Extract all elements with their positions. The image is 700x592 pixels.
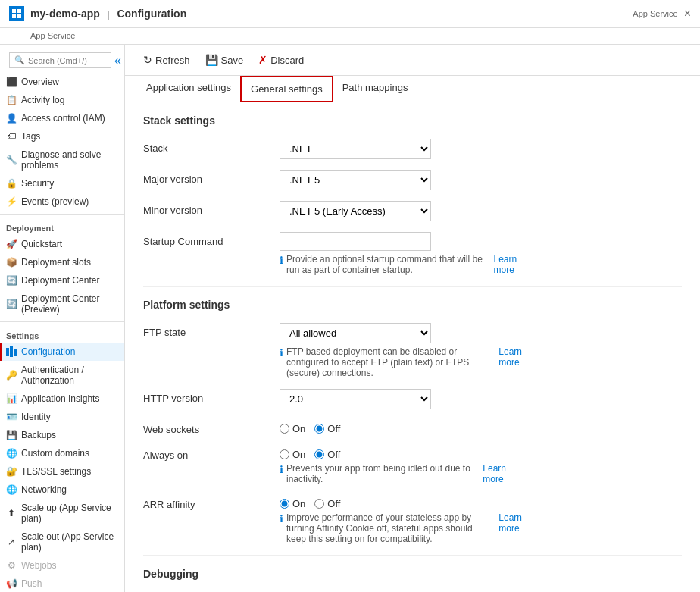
content-area: ↻ Refresh 💾 Save ✗ Discard Application s… xyxy=(125,45,700,592)
minor-version-label: Minor version xyxy=(143,201,280,216)
sidebar-item-custom-domains[interactable]: 🌐 Custom domains xyxy=(0,444,124,462)
major-version-control: .NET 5 .NET Core 3.1 xyxy=(280,170,522,190)
startup-command-input[interactable] xyxy=(280,232,431,251)
sidebar-item-backups[interactable]: 💾 Backups xyxy=(0,426,124,444)
sidebar-item-label: Backups xyxy=(21,430,56,440)
sidebar-item-events[interactable]: ⚡ Events (preview) xyxy=(0,193,124,211)
http-version-control: 1.1 2.0 xyxy=(280,389,522,409)
networking-icon: 🌐 xyxy=(6,484,17,495)
sidebar-item-access-control[interactable]: 👤 Access control (IAM) xyxy=(0,109,124,127)
sidebar-item-label: Tags xyxy=(21,131,40,142)
overview-icon: ⬛ xyxy=(6,77,17,87)
arr-affinity-info: ℹ Improve performance of your stateless … xyxy=(280,512,522,544)
app-insights-icon: 📊 xyxy=(6,393,17,404)
sidebar-item-label: Scale out (App Service plan) xyxy=(21,531,118,553)
arr-affinity-on-radio[interactable] xyxy=(280,499,289,509)
major-version-label: Major version xyxy=(143,170,280,185)
platform-settings-title: Platform settings xyxy=(143,299,682,311)
sidebar-item-label: Custom domains xyxy=(21,448,89,459)
sidebar: 🔍 « ⬛ Overview 📋 Activity log 👤 Access c… xyxy=(0,45,125,592)
web-sockets-off-option[interactable]: Off xyxy=(314,423,340,434)
arr-affinity-off-option[interactable]: Off xyxy=(314,498,340,509)
sidebar-item-activity-log[interactable]: 📋 Activity log xyxy=(0,91,124,109)
app-service-subtitle: App Service xyxy=(0,28,700,45)
tab-application-settings[interactable]: Application settings xyxy=(137,76,240,102)
sidebar-item-tls-ssl[interactable]: 🔐 TLS/SSL settings xyxy=(0,462,124,481)
svg-rect-2 xyxy=(12,14,16,18)
tab-general-settings[interactable]: General settings xyxy=(240,76,333,102)
sidebar-item-overview[interactable]: ⬛ Overview xyxy=(0,73,124,91)
ftp-info-icon: ℹ xyxy=(280,347,283,359)
startup-command-info: ℹ Provide an optional startup command th… xyxy=(280,254,522,275)
minor-version-select[interactable]: .NET 5 (Early Access) .NET 5 xyxy=(280,201,431,221)
ftp-learn-more-link[interactable]: Learn more xyxy=(498,346,522,368)
sidebar-item-diagnose[interactable]: 🔧 Diagnose and solve problems xyxy=(0,146,124,174)
arr-learn-more-link[interactable]: Learn more xyxy=(498,512,522,534)
sidebar-item-label: Deployment slots xyxy=(21,257,91,268)
always-on-label: Always on xyxy=(143,446,280,461)
sidebar-item-security[interactable]: 🔒 Security xyxy=(0,174,124,193)
tab-path-mappings[interactable]: Path mappings xyxy=(333,76,417,102)
major-version-row: Major version .NET 5 .NET Core 3.1 xyxy=(143,170,682,190)
close-button[interactable]: × xyxy=(684,7,691,20)
platform-settings-section: Platform settings FTP state All allowed … xyxy=(143,299,682,544)
title-bar-left: my-demo-app | Configuration xyxy=(9,6,186,21)
always-on-learn-more-link[interactable]: Learn more xyxy=(483,463,522,484)
search-input[interactable] xyxy=(28,56,106,65)
webjobs-icon: ⚙ xyxy=(6,560,17,571)
stack-select[interactable]: .NET Node PHP xyxy=(280,139,431,159)
sidebar-item-label: Networking xyxy=(21,484,67,495)
stack-label: Stack xyxy=(143,139,280,154)
web-sockets-control: On Off xyxy=(280,420,522,434)
sidebar-item-app-insights[interactable]: 📊 Application Insights xyxy=(0,390,124,408)
sidebar-item-networking[interactable]: 🌐 Networking xyxy=(0,481,124,499)
sidebar-collapse-icon[interactable]: « xyxy=(114,54,121,67)
http-version-select[interactable]: 1.1 2.0 xyxy=(280,389,431,409)
settings-section-label: Settings xyxy=(0,325,124,343)
sidebar-item-label: Configuration xyxy=(21,346,75,357)
always-on-on-radio[interactable] xyxy=(280,449,289,459)
sidebar-item-label: Events (preview) xyxy=(21,196,89,207)
startup-learn-more-link[interactable]: Learn more xyxy=(493,254,522,275)
sidebar-item-label: Webjobs xyxy=(21,560,56,571)
refresh-button[interactable]: ↻ Refresh xyxy=(137,51,196,69)
sidebar-item-scale-up[interactable]: ⬆ Scale up (App Service plan) xyxy=(0,499,124,528)
always-on-option[interactable]: On xyxy=(280,449,305,460)
deployment-center-icon: 🔄 xyxy=(6,275,17,286)
web-sockets-on-option[interactable]: On xyxy=(280,423,305,434)
web-sockets-off-radio[interactable] xyxy=(314,424,324,434)
activity-log-icon: 📋 xyxy=(6,95,17,105)
scale-out-icon: ↗ xyxy=(6,537,17,547)
arr-affinity-label: ARR affinity xyxy=(143,495,280,510)
sidebar-item-identity[interactable]: 🪪 Identity xyxy=(0,408,124,426)
ftp-state-select[interactable]: All allowed FTPS only Disabled xyxy=(280,323,431,343)
discard-button[interactable]: ✗ Discard xyxy=(252,51,310,69)
minor-version-control: .NET 5 (Early Access) .NET 5 xyxy=(280,201,522,221)
sidebar-item-quickstart[interactable]: 🚀 Quickstart xyxy=(0,235,124,253)
search-box[interactable]: 🔍 xyxy=(9,52,111,68)
app-icon xyxy=(9,6,24,21)
sidebar-item-scale-out[interactable]: ↗ Scale out (App Service plan) xyxy=(0,528,124,556)
sidebar-item-deployment-center[interactable]: 🔄 Deployment Center xyxy=(0,271,124,290)
arr-affinity-row: ARR affinity On Off xyxy=(143,495,682,544)
always-on-off-radio[interactable] xyxy=(314,449,324,459)
discard-icon: ✗ xyxy=(258,54,267,66)
major-version-select[interactable]: .NET 5 .NET Core 3.1 xyxy=(280,170,431,190)
security-icon: 🔒 xyxy=(6,178,17,189)
custom-domains-icon: 🌐 xyxy=(6,448,17,459)
sidebar-item-webjobs: ⚙ Webjobs xyxy=(0,556,124,575)
sidebar-item-configuration[interactable]: Configuration xyxy=(0,343,124,361)
arr-affinity-off-radio[interactable] xyxy=(314,499,324,509)
sidebar-item-deployment-center-preview[interactable]: 🔄 Deployment Center (Preview) xyxy=(0,290,124,318)
save-button[interactable]: 💾 Save xyxy=(199,51,250,69)
sidebar-item-deployment-slots[interactable]: 📦 Deployment slots xyxy=(0,253,124,271)
arr-affinity-on-option[interactable]: On xyxy=(280,498,305,509)
events-icon: ⚡ xyxy=(6,196,17,207)
sidebar-item-auth[interactable]: 🔑 Authentication / Authorization xyxy=(0,361,124,390)
sidebar-item-tags[interactable]: 🏷 Tags xyxy=(0,127,124,146)
web-sockets-label: Web sockets xyxy=(143,420,280,435)
startup-command-label: Startup Command xyxy=(143,232,280,247)
web-sockets-on-radio[interactable] xyxy=(280,424,289,434)
web-sockets-row: Web sockets On Off xyxy=(143,420,682,435)
always-off-option[interactable]: Off xyxy=(314,449,340,460)
